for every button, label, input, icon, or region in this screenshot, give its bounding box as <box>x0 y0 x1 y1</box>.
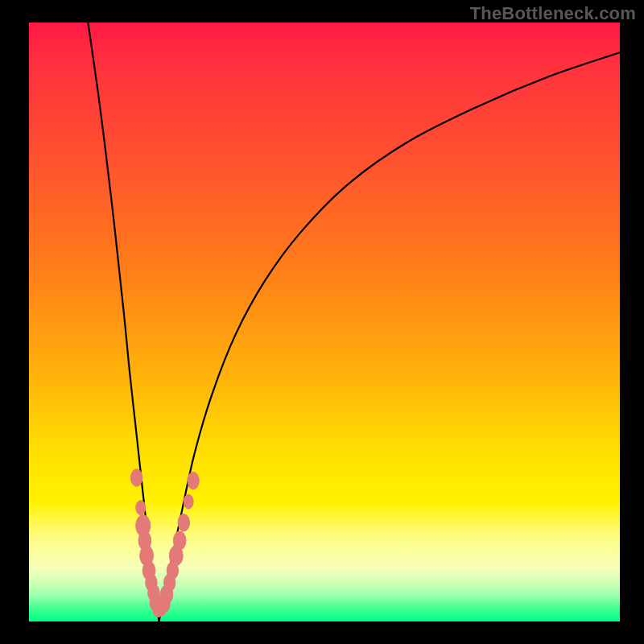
marker-point <box>184 494 193 509</box>
curve-layer <box>29 23 620 621</box>
marker-point <box>178 514 189 531</box>
chart-frame: TheBottleneck.com <box>0 0 644 644</box>
marker-point <box>136 501 146 515</box>
marker-point <box>173 531 186 550</box>
curve-right-branch <box>159 52 620 621</box>
plot-area <box>29 23 620 621</box>
markers-group <box>130 469 199 617</box>
curves-group <box>88 23 620 621</box>
watermark-text: TheBottleneck.com <box>470 3 636 24</box>
marker-point <box>130 469 142 487</box>
marker-point <box>188 472 199 489</box>
